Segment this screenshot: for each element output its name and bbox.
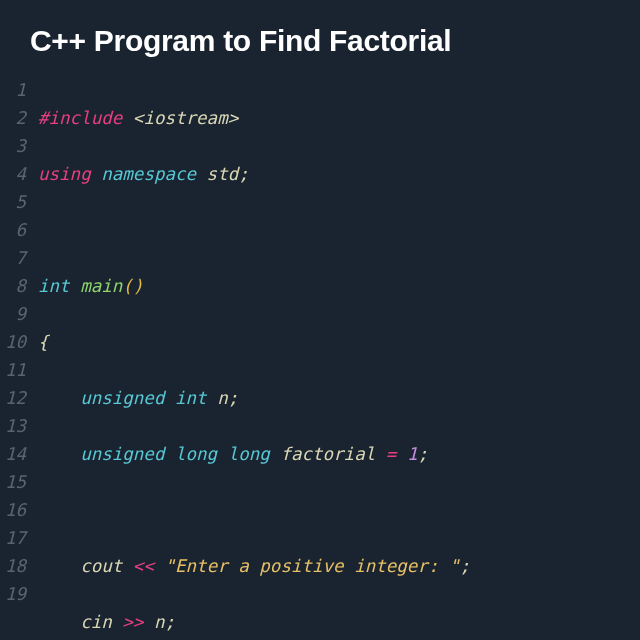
tok-punc: ; [417,444,428,464]
line-number: 5 [0,188,26,216]
line-number: 16 [0,496,26,524]
tok-type: unsigned [80,444,164,464]
tok-ident: cin [80,612,112,632]
tok-punc: ; [228,388,239,408]
tok-punc: ; [460,556,471,576]
tok-type: long [175,444,217,464]
line-number: 12 [0,384,26,412]
line-number: 8 [0,272,26,300]
line-number: 15 [0,468,26,496]
code-line: unsigned int n; [38,384,618,412]
code-content: #include <iostream> using namespace std;… [38,76,618,640]
tok-ident: cout [80,556,122,576]
line-number: 17 [0,524,26,552]
code-block: 1 2 3 4 5 6 7 8 9 10 11 12 13 14 15 16 1… [0,76,640,640]
tok-ident: n [217,388,228,408]
code-line: cout << "Enter a positive integer: "; [38,552,618,580]
tok-op: >> [122,612,143,632]
tok-ident: std [207,164,239,184]
line-number: 13 [0,412,26,440]
code-line: int main() [38,272,618,300]
tok-keyword: namespace [101,164,196,184]
line-number: 18 [0,552,26,580]
page-title: C++ Program to Find Factorial [0,0,640,76]
tok-string: "Enter a positive integer: " [164,556,459,576]
line-number: 10 [0,328,26,356]
code-line: using namespace std; [38,160,618,188]
tok-type: unsigned [80,388,164,408]
line-number: 6 [0,216,26,244]
tok-number: 1 [407,444,418,464]
line-number: 9 [0,300,26,328]
tok-ident: factorial [280,444,375,464]
line-number-gutter: 1 2 3 4 5 6 7 8 9 10 11 12 13 14 15 16 1… [0,76,38,640]
line-number: 7 [0,244,26,272]
line-number: 11 [0,356,26,384]
code-line: unsigned long long factorial = 1; [38,440,618,468]
tok-op: << [133,556,154,576]
tok-include-target: <iostream> [133,108,238,128]
tok-brace: { [38,332,49,352]
tok-type: int [38,276,70,296]
code-line: { [38,328,618,356]
line-number: 3 [0,132,26,160]
tok-punc: ; [164,612,175,632]
line-number: 14 [0,440,26,468]
tok-op: = [386,444,397,464]
code-line: #include <iostream> [38,104,618,132]
line-number: 4 [0,160,26,188]
tok-ident: n [154,612,165,632]
tok-punc: ; [238,164,249,184]
tok-paren: () [122,276,143,296]
code-line [38,216,618,244]
tok-type: int [175,388,207,408]
code-line [38,496,618,524]
tok-keyword: using [38,164,91,184]
tok-preprocessor: #include [38,108,122,128]
line-number: 19 [0,580,26,608]
tok-type: long [228,444,270,464]
line-number: 2 [0,104,26,132]
tok-func: main [80,276,122,296]
code-line: cin >> n; [38,608,618,636]
line-number: 1 [0,76,26,104]
